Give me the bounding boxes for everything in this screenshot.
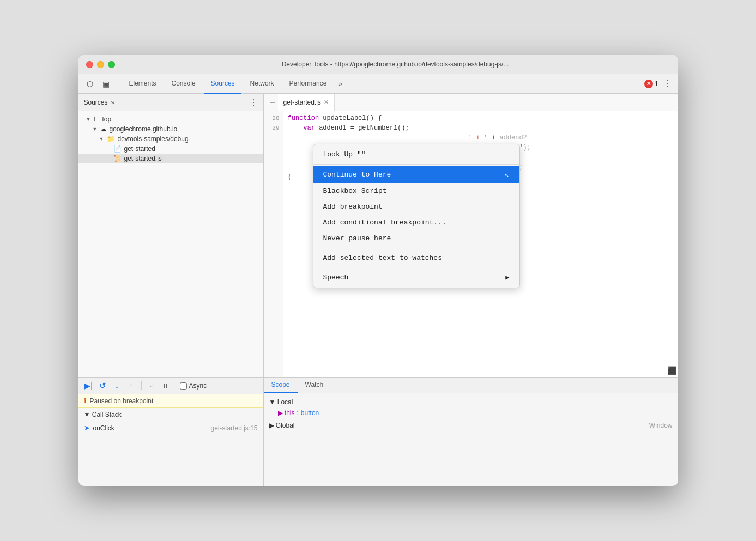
- tab-console[interactable]: Console: [165, 74, 202, 94]
- tree-arrow-top: ▼: [86, 117, 92, 122]
- editor-tab-close-icon[interactable]: ✕: [324, 99, 329, 106]
- resume-button[interactable]: ▶|: [83, 380, 95, 392]
- async-label: Async: [189, 382, 207, 390]
- tree-item-github[interactable]: ▼ ☁ googlechrome.github.io: [78, 124, 263, 134]
- tabs-more-button[interactable]: »: [335, 80, 346, 88]
- call-location-onclick: get-started.js:15: [210, 424, 257, 432]
- code-line-29: var addend1 = getNumber1();: [288, 123, 674, 133]
- paused-bar: ℹ Paused on breakpoint: [78, 394, 263, 408]
- scope-tab-watch[interactable]: Watch: [298, 378, 331, 393]
- ctx-speech[interactable]: Speech ▶: [313, 270, 519, 285]
- ctx-never-pause[interactable]: Never pause here: [313, 230, 519, 246]
- sources-panel-kebab[interactable]: ⋮: [249, 97, 258, 107]
- toolbar-kebab[interactable]: ⋮: [661, 78, 674, 89]
- scope-this-item: ▶ this : button: [269, 408, 673, 418]
- scope-content: ▼ Local ▶ this : button ▶ Global Window: [264, 393, 678, 436]
- main-area: Sources » ⋮ ▼ ☐ top ▼ ☁ googlechrome.git…: [78, 94, 678, 377]
- folder-icon-devtools: 📁: [107, 135, 115, 143]
- tab-elements[interactable]: Elements: [123, 74, 163, 94]
- tab-performance[interactable]: Performance: [283, 74, 334, 94]
- scope-tab-scope[interactable]: Scope: [264, 378, 298, 393]
- tree-label-get-started: get-started: [124, 145, 155, 153]
- tree-item-devtools[interactable]: ▼ 📁 devtools-samples/debug-: [78, 134, 263, 144]
- step-over-button[interactable]: ↺: [97, 380, 109, 392]
- code-line-28: function updateLabel() {: [288, 113, 674, 123]
- line-numbers: 28 29: [264, 111, 283, 377]
- traffic-lights: [86, 61, 115, 68]
- ctx-divider-3: [313, 268, 519, 268]
- tab-sources[interactable]: Sources: [204, 74, 241, 94]
- scope-this-value: button: [301, 409, 319, 417]
- line-num-28: 28: [264, 113, 283, 123]
- tree-arrow-github: ▼: [93, 126, 98, 132]
- ctx-add-watches[interactable]: Add selected text to watches: [313, 250, 519, 266]
- ctx-add-breakpoint[interactable]: Add breakpoint: [313, 199, 519, 215]
- editor-tab-get-started-js[interactable]: get-started.js ✕: [278, 94, 335, 111]
- tree-item-get-started-js[interactable]: 📜 get-started.js: [78, 154, 263, 163]
- global-window-label: Window: [649, 422, 673, 429]
- ctx-add-conditional[interactable]: Add conditional breakpoint...: [313, 215, 519, 230]
- ctx-add-watches-label: Add selected text to watches: [323, 254, 442, 262]
- maximize-button[interactable]: [108, 61, 115, 68]
- bottom-right: Scope Watch ▼ Local ▶ this : button ▶ Gl…: [264, 378, 678, 486]
- tab-network[interactable]: Network: [244, 74, 281, 94]
- window-title: Developer Tools - https://googlechrome.g…: [120, 60, 670, 68]
- code-line-right1: ' + ' + addend2 +: [288, 133, 674, 143]
- ctx-speech-label: Speech: [323, 273, 349, 282]
- async-checkbox[interactable]: [180, 382, 187, 390]
- paused-text: Paused on breakpoint: [90, 397, 154, 405]
- bottom-left: ▶| ↺ ↓ ↑ ⟋ ⏸ Async ℹ Paused on breakpoin…: [78, 378, 264, 486]
- code-area[interactable]: 28 29 function updateLabel() { var adden…: [264, 111, 678, 377]
- toolbar-divider-1: [118, 78, 118, 89]
- ctx-look-up-label: Look Up "": [323, 150, 366, 159]
- tree-label-top: top: [102, 116, 112, 123]
- global-section-header[interactable]: ▶ Global: [269, 420, 295, 431]
- scope-this-key: ▶ this: [278, 409, 295, 417]
- ctx-divider-2: [313, 248, 519, 248]
- editor-tab-label: get-started.js: [283, 99, 321, 106]
- ctx-never-pause-label: Never pause here: [323, 234, 391, 242]
- ctx-continue-here-label: Continue to Here: [323, 171, 391, 179]
- scope-tabs: Scope Watch: [264, 378, 678, 393]
- step-into-button[interactable]: ↓: [111, 380, 123, 392]
- local-section-header[interactable]: ▼ Local: [269, 397, 673, 408]
- global-section-row: ▶ Global Window: [269, 418, 673, 433]
- global-section-label: ▶ Global: [269, 422, 295, 429]
- minimize-button[interactable]: [97, 61, 104, 68]
- line-num-29: 29: [264, 123, 283, 133]
- error-icon: ✕: [644, 80, 653, 88]
- close-button[interactable]: [86, 61, 93, 68]
- pause-on-exceptions-button[interactable]: ⏸: [160, 380, 172, 392]
- scrollbar-icon[interactable]: ⬛: [666, 364, 678, 377]
- sources-panel-header: Sources » ⋮: [78, 94, 263, 111]
- ctx-add-breakpoint-label: Add breakpoint: [323, 203, 383, 211]
- file-icon-get-started: 📄: [113, 145, 122, 153]
- local-section-label: ▼ Local: [269, 398, 293, 406]
- device-icon[interactable]: ▣: [99, 77, 113, 91]
- sources-panel-label: Sources: [84, 99, 108, 106]
- deactivate-breakpoints-button[interactable]: ⟋: [146, 380, 158, 392]
- call-fn-onclick: onClick: [93, 424, 208, 432]
- call-stack-onclick[interactable]: ➤ onClick get-started.js:15: [78, 422, 263, 434]
- call-stack-header[interactable]: ▼ Call Stack: [78, 408, 263, 422]
- file-tree: ▼ ☐ top ▼ ☁ googlechrome.github.io ▼ 📁 d…: [78, 111, 263, 377]
- tree-label-devtools: devtools-samples/debug-: [118, 135, 191, 143]
- left-panel: Sources » ⋮ ▼ ☐ top ▼ ☁ googlechrome.git…: [78, 94, 264, 377]
- call-arrow-icon: ➤: [84, 424, 90, 432]
- ctx-blackbox[interactable]: Blackbox Script: [313, 183, 519, 199]
- back-forward-icon[interactable]: ⊣: [267, 98, 278, 107]
- right-panel: ⊣ get-started.js ✕ 28 29: [264, 94, 678, 377]
- debug-toolbar: ▶| ↺ ↓ ↑ ⟋ ⏸ Async: [78, 378, 263, 394]
- async-checkbox-label[interactable]: Async: [180, 382, 207, 390]
- call-stack-title: ▼ Call Stack: [84, 411, 122, 418]
- ctx-continue-here[interactable]: Continue to Here ↖: [313, 166, 519, 183]
- tree-item-top[interactable]: ▼ ☐ top: [78, 114, 263, 124]
- error-count: 1: [655, 80, 658, 88]
- ctx-divider-1: [313, 164, 519, 165]
- ctx-look-up[interactable]: Look Up "": [313, 147, 519, 162]
- step-out-button[interactable]: ↑: [125, 380, 137, 392]
- context-menu: Look Up "" Continue to Here ↖ Blackbox S…: [313, 144, 520, 288]
- tree-item-get-started[interactable]: 📄 get-started: [78, 144, 263, 154]
- sources-panel-more[interactable]: »: [111, 99, 115, 106]
- cursor-icon[interactable]: ⬡: [83, 77, 97, 91]
